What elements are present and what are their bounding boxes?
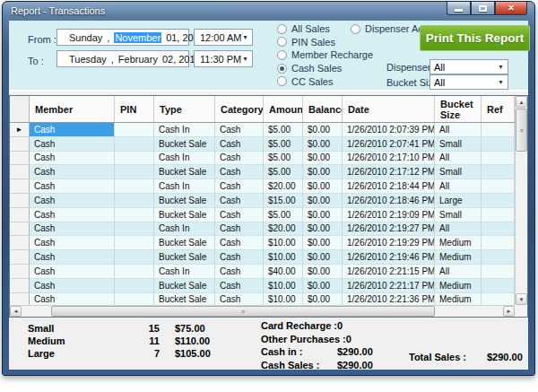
cell-balance[interactable]: $0.00 [303,194,343,208]
cell-amount[interactable]: $15.00 [264,194,303,208]
cell-ref[interactable] [482,265,515,279]
cell-amount[interactable]: $5.00 [264,152,303,166]
cell-bucket[interactable]: All [435,179,482,194]
cell-type[interactable]: Bucket Sale [154,293,215,305]
close-button[interactable]: ✕ [495,2,527,15]
cell-category[interactable]: Cash [215,265,264,279]
cell-balance[interactable]: $0.00 [303,222,343,237]
cell-date[interactable]: 1/26/2010 2:17:12 PM [343,165,435,179]
cell-bucket[interactable]: Large [435,194,482,208]
cell-type[interactable]: Bucket Sale [154,236,215,250]
cell-category[interactable]: Cash [215,279,264,293]
cell-ref[interactable] [482,194,515,208]
cell-amount[interactable]: $20.00 [264,222,303,237]
cell-bucket[interactable]: Small [435,165,482,179]
row-selector[interactable] [10,194,30,208]
column-header-pin[interactable]: PIN [115,96,154,122]
cell-type[interactable]: Bucket Sale [154,208,215,222]
vertical-scrollbar[interactable]: ▲ ≡ ▼ [515,96,527,305]
column-header-ref[interactable]: Ref [482,96,515,122]
cell-type[interactable]: Cash In [154,222,215,237]
from-time-select[interactable]: 12:00 AM ▼ [194,29,253,46]
cell-pin[interactable] [115,194,154,208]
cell-amount[interactable]: $40.00 [264,265,303,279]
cell-amount[interactable]: $20.00 [264,179,303,194]
vertical-scroll-thumb[interactable]: ≡ [516,109,527,152]
cell-category[interactable]: Cash [215,123,264,137]
cell-ref[interactable] [482,165,515,179]
cell-date[interactable]: 1/26/2010 2:19:09 PM [343,208,435,222]
cell-category[interactable]: Cash [215,250,264,265]
cell-member[interactable]: Cash [30,165,115,179]
cell-balance[interactable]: $0.00 [303,137,343,152]
cell-member[interactable]: Cash [30,222,115,237]
cell-date[interactable]: 1/26/2010 2:07:39 PM [343,123,435,137]
cell-type[interactable]: Bucket Sale [154,279,215,293]
cell-category[interactable]: Cash [215,179,264,194]
cell-type[interactable]: Bucket Sale [154,250,215,265]
from-date-picker[interactable]: Sunday , November 01, 2009 ▼ [56,29,189,46]
cell-member[interactable]: Cash [30,137,115,152]
cell-member[interactable]: Cash [30,236,115,250]
cell-pin[interactable] [115,137,154,152]
cell-amount[interactable]: $5.00 [264,165,303,179]
cell-type[interactable]: Cash In [154,179,215,194]
cell-member[interactable]: Cash [30,208,115,222]
cell-date[interactable]: 1/26/2010 2:07:41 PM [343,137,435,152]
cell-category[interactable]: Cash [215,293,264,305]
row-selector[interactable] [10,293,30,305]
row-selector[interactable] [10,137,30,152]
cell-ref[interactable] [482,152,515,166]
cell-member[interactable]: Cash [30,179,115,194]
cell-date[interactable]: 1/26/2010 2:21:15 PM [343,265,435,279]
cell-balance[interactable]: $0.00 [303,236,343,250]
cell-bucket[interactable]: Medium [435,236,482,250]
column-header-date[interactable]: Date [343,96,435,122]
cell-amount[interactable]: $10.00 [264,293,303,305]
cell-ref[interactable] [482,222,515,237]
scroll-up-button[interactable]: ▲ [516,96,527,108]
cell-bucket[interactable]: Small [435,137,482,152]
to-date-picker[interactable]: Tuesday , February 02, 2010 ▼ [56,50,189,67]
scroll-down-button[interactable]: ▼ [516,293,527,305]
cell-date[interactable]: 1/26/2010 2:19:29 PM [343,236,435,250]
cell-bucket[interactable]: Medium [435,293,482,305]
cell-member[interactable]: Cash [30,152,115,166]
cell-bucket[interactable]: All [435,152,482,166]
cell-balance[interactable]: $0.00 [303,250,343,265]
cell-bucket[interactable]: All [435,265,482,279]
row-selector[interactable] [10,152,30,166]
cell-balance[interactable]: $0.00 [303,165,343,179]
cell-category[interactable]: Cash [215,236,264,250]
column-header-type[interactable]: Type [154,96,215,122]
cell-pin[interactable] [115,179,154,194]
cell-date[interactable]: 1/26/2010 2:19:27 PM [343,222,435,237]
cell-bucket[interactable]: Medium [435,250,482,265]
cell-member[interactable]: Cash [30,123,115,137]
cell-member[interactable]: Cash [30,265,115,279]
horizontal-scrollbar[interactable]: ◄ ≡ ► [10,305,515,317]
cell-date[interactable]: 1/26/2010 2:17:10 PM [343,152,435,166]
cell-ref[interactable] [482,179,515,194]
cell-bucket[interactable]: Small [435,208,482,222]
cell-amount[interactable]: $5.00 [264,137,303,152]
cell-ref[interactable] [482,250,515,265]
cell-member[interactable]: Cash [30,250,115,265]
column-header-balance[interactable]: Balance [303,96,343,122]
print-report-button[interactable]: Print This Report [420,25,530,51]
cell-date[interactable]: 1/26/2010 2:21:17 PM [343,279,435,293]
column-header-member[interactable]: Member [30,96,115,122]
cell-ref[interactable] [482,208,515,222]
row-selector[interactable] [10,265,30,279]
row-selector[interactable] [10,279,30,293]
cell-pin[interactable] [115,265,154,279]
cell-category[interactable]: Cash [215,194,264,208]
cell-category[interactable]: Cash [215,208,264,222]
cell-type[interactable]: Bucket Sale [154,165,215,179]
cell-balance[interactable]: $0.00 [303,208,343,222]
cell-pin[interactable] [115,222,154,237]
cell-ref[interactable] [482,236,515,250]
cell-balance[interactable]: $0.00 [303,152,343,166]
cell-date[interactable]: 1/26/2010 2:19:46 PM [343,250,435,265]
column-header-amount[interactable]: Amount [264,96,303,122]
